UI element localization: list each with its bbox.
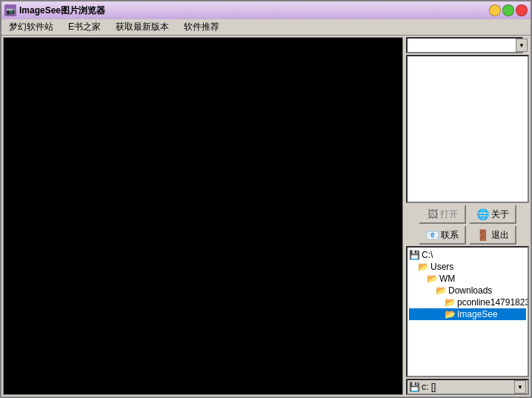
tree-item-folder-downloads[interactable]: 📂 Downloads bbox=[409, 285, 526, 296]
tree-item-folder-users[interactable]: 📂 Users bbox=[409, 261, 526, 273]
drive-bar: 💾 c: [] ▼ bbox=[406, 379, 529, 395]
file-list[interactable] bbox=[406, 55, 529, 203]
open-label: 打开 bbox=[440, 208, 458, 221]
folder-label-folder-wm: WM bbox=[439, 273, 455, 284]
file-type-row: image files ▼ bbox=[406, 37, 529, 53]
contact-button[interactable]: 📧 联系 bbox=[419, 225, 466, 245]
contact-icon: 📧 bbox=[426, 229, 439, 241]
about-label: 关于 bbox=[491, 208, 509, 221]
exit-icon: 🚪 bbox=[476, 229, 489, 241]
contact-label: 联系 bbox=[441, 229, 459, 242]
title-bar: 📷 ImageSee图片浏览器 bbox=[1, 1, 531, 19]
about-icon: 🌐 bbox=[476, 208, 489, 220]
menu-item-recommend[interactable]: 软件推荐 bbox=[179, 19, 224, 35]
folder-icon-folder-wm: 📂 bbox=[427, 273, 438, 284]
btn-row-bottom: 📧 联系 🚪 退出 bbox=[406, 225, 529, 245]
exit-button[interactable]: 🚪 退出 bbox=[469, 225, 516, 245]
menu-item-dream[interactable]: 梦幻软件站 bbox=[4, 19, 58, 35]
folder-icon-folder-imagesee: 📂 bbox=[445, 309, 456, 319]
menu-item-update[interactable]: 获取最新版本 bbox=[111, 19, 173, 35]
drive-icon: 💾 bbox=[409, 382, 420, 392]
folder-label-folder-users: Users bbox=[430, 262, 453, 272]
right-panel: image files ▼ 🖼 打开 🌐 关于 � bbox=[405, 36, 531, 397]
folder-label-folder-pconline: pconline1479182315965 bbox=[457, 297, 529, 308]
main-window: 📷 ImageSee图片浏览器 梦幻软件站 E书之家 获取最新版本 软件推荐 i… bbox=[0, 0, 532, 398]
title-buttons bbox=[489, 4, 528, 16]
tree-item-drive-c[interactable]: 💾 C:\ bbox=[409, 249, 526, 261]
folder-label-drive-c: C:\ bbox=[422, 250, 433, 260]
open-icon: 🖼 bbox=[428, 208, 438, 220]
about-button[interactable]: 🌐 关于 bbox=[469, 205, 516, 224]
folder-icon-folder-downloads: 📂 bbox=[436, 285, 447, 296]
btn-row-top: 🖼 打开 🌐 关于 bbox=[406, 205, 529, 224]
menu-bar: 梦幻软件站 E书之家 获取最新版本 软件推荐 bbox=[1, 19, 531, 36]
menu-item-ebook[interactable]: E书之家 bbox=[64, 19, 105, 35]
folder-icon-drive-c: 💾 bbox=[409, 250, 420, 260]
folder-icon-folder-pconline: 📂 bbox=[445, 297, 456, 308]
image-preview bbox=[3, 37, 403, 395]
file-type-input[interactable]: image files bbox=[406, 37, 523, 53]
folder-label-folder-downloads: Downloads bbox=[448, 285, 492, 296]
app-icon: 📷 bbox=[4, 4, 16, 16]
open-button[interactable]: 🖼 打开 bbox=[419, 205, 466, 224]
drive-dropdown-btn[interactable]: ▼ bbox=[514, 380, 526, 394]
title-bar-left: 📷 ImageSee图片浏览器 bbox=[4, 4, 105, 17]
exit-label: 退出 bbox=[491, 229, 509, 242]
window-title: ImageSee图片浏览器 bbox=[19, 4, 105, 17]
folder-label-folder-imagesee: ImageSee bbox=[457, 309, 498, 319]
tree-item-folder-imagesee[interactable]: 📂 ImageSee bbox=[409, 308, 526, 320]
folder-icon-folder-users: 📂 bbox=[418, 262, 429, 272]
tree-item-folder-wm[interactable]: 📂 WM bbox=[409, 273, 526, 285]
close-button[interactable] bbox=[516, 4, 528, 16]
main-content: image files ▼ 🖼 打开 🌐 关于 � bbox=[1, 36, 531, 397]
file-type-wrapper: image files ▼ bbox=[406, 37, 529, 53]
maximize-button[interactable] bbox=[502, 4, 514, 16]
tree-item-folder-pconline[interactable]: 📂 pconline1479182315965 bbox=[409, 296, 526, 308]
drive-label: c: [] bbox=[422, 382, 513, 392]
minimize-button[interactable] bbox=[489, 4, 501, 16]
folder-tree[interactable]: 💾 C:\📂 Users📂 WM📂 Downloads📂 pconline147… bbox=[406, 246, 529, 377]
